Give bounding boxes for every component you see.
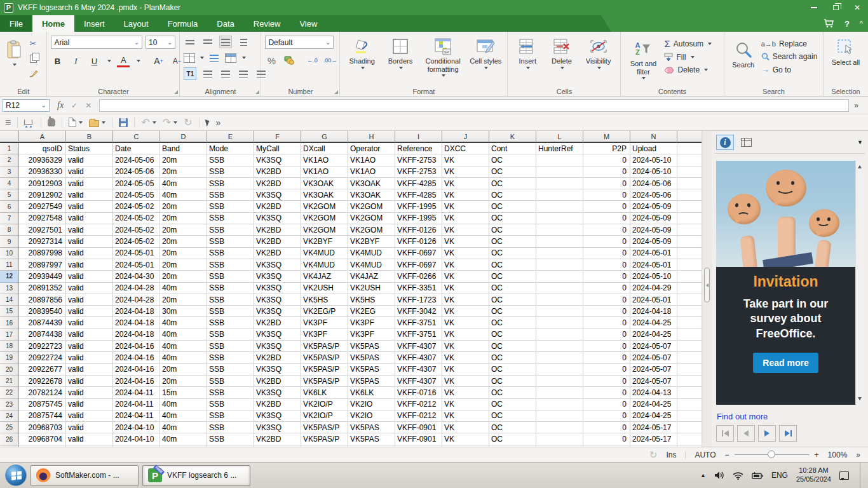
cell[interactable]: 20927314 bbox=[19, 236, 66, 247]
cell[interactable]: 0 bbox=[583, 213, 630, 224]
cell[interactable]: SSB bbox=[207, 248, 254, 259]
cell[interactable] bbox=[536, 317, 583, 329]
cell[interactable]: VK2BD bbox=[254, 399, 301, 410]
cell[interactable]: OC bbox=[489, 433, 536, 445]
cell[interactable]: OC bbox=[489, 189, 536, 201]
cell[interactable]: VK3SQ bbox=[254, 341, 301, 352]
column-header-F[interactable]: F bbox=[254, 131, 301, 143]
cell[interactable]: 2024-05-01 bbox=[630, 248, 677, 259]
cell[interactable]: VK3SQ bbox=[254, 294, 301, 306]
cell[interactable]: VK3SQ bbox=[254, 154, 301, 166]
cell[interactable]: 20936330 bbox=[19, 166, 66, 178]
cell-frame-icon[interactable] bbox=[184, 53, 195, 63]
cell[interactable]: SSB bbox=[207, 271, 254, 282]
cell[interactable]: 2024-05-01 bbox=[113, 259, 160, 271]
row-header-9[interactable]: 9 bbox=[0, 236, 19, 247]
cell[interactable]: 0 bbox=[583, 189, 630, 201]
cell[interactable] bbox=[677, 248, 702, 259]
cell[interactable]: VK5PAS/P bbox=[301, 364, 348, 376]
column-header-M[interactable]: M bbox=[583, 131, 630, 143]
cell[interactable]: VKFF-0212 bbox=[395, 410, 442, 422]
cell[interactable]: VK3SQ bbox=[254, 306, 301, 317]
cell[interactable]: HunterRef bbox=[536, 143, 583, 154]
search-again-button[interactable]: Search again bbox=[761, 52, 818, 61]
tab-formula[interactable]: Formula bbox=[158, 15, 208, 32]
column-header-G[interactable]: G bbox=[301, 131, 348, 143]
cell[interactable]: VK4JAZ bbox=[348, 271, 395, 282]
cell[interactable]: OC bbox=[489, 352, 536, 363]
cell[interactable] bbox=[677, 271, 702, 282]
cell[interactable]: VK3PF bbox=[301, 317, 348, 329]
battery-icon[interactable] bbox=[752, 472, 763, 479]
cell[interactable]: 20922678 bbox=[19, 376, 66, 387]
cell[interactable]: OC bbox=[489, 213, 536, 224]
cell[interactable]: OC bbox=[489, 399, 536, 410]
cell[interactable]: VK bbox=[442, 166, 489, 178]
row-header-18[interactable]: 18 bbox=[0, 341, 19, 352]
zoom-slider[interactable] bbox=[735, 454, 810, 455]
cell[interactable]: 2024-05-10 bbox=[630, 154, 677, 166]
cell[interactable]: OC bbox=[489, 224, 536, 236]
cell[interactable]: VK4MUD bbox=[348, 259, 395, 271]
cell[interactable]: 2024-04-18 bbox=[113, 317, 160, 329]
cell[interactable]: VKFF-4307 bbox=[395, 376, 442, 387]
cell[interactable]: 2024-04-29 bbox=[630, 283, 677, 294]
cell[interactable]: SSB bbox=[207, 306, 254, 317]
cell[interactable]: 20891352 bbox=[19, 283, 66, 294]
cell[interactable]: 20968703 bbox=[19, 422, 66, 433]
cell[interactable]: VK2EG/P bbox=[301, 306, 348, 317]
cell[interactable]: VK bbox=[442, 224, 489, 236]
cell[interactable]: 2024-04-16 bbox=[113, 376, 160, 387]
halign-right-button[interactable] bbox=[237, 67, 250, 80]
cell[interactable]: 0 bbox=[583, 399, 630, 410]
cell[interactable]: 0 bbox=[583, 236, 630, 247]
cell[interactable]: 2024-05-01 bbox=[113, 248, 160, 259]
cell[interactable]: 30m bbox=[160, 306, 207, 317]
cell[interactable]: 20874438 bbox=[19, 329, 66, 341]
cell[interactable]: 2024-05-06 bbox=[630, 189, 677, 201]
cell[interactable]: SSB bbox=[207, 433, 254, 445]
row-header-7[interactable]: 7 bbox=[0, 213, 19, 224]
tab-home[interactable]: Home bbox=[32, 15, 74, 32]
row-header-17[interactable]: 17 bbox=[0, 329, 19, 341]
row-header-20[interactable]: 20 bbox=[0, 364, 19, 376]
cell[interactable] bbox=[536, 410, 583, 422]
row-header-26[interactable]: 26 bbox=[0, 433, 19, 445]
cell[interactable]: 2024-05-10 bbox=[630, 166, 677, 178]
cell[interactable]: OC bbox=[489, 154, 536, 166]
cell[interactable] bbox=[536, 259, 583, 271]
cell[interactable]: 2024-04-25 bbox=[630, 399, 677, 410]
cell[interactable]: 20922677 bbox=[19, 364, 66, 376]
cell[interactable]: VK2USH bbox=[301, 283, 348, 294]
cell[interactable]: SSB bbox=[207, 236, 254, 247]
cell[interactable]: VKFF-4307 bbox=[395, 364, 442, 376]
merge-dropdown-icon[interactable] bbox=[242, 57, 246, 59]
cell[interactable]: 2024-04-18 bbox=[113, 306, 160, 317]
goto-button[interactable]: →Go to bbox=[761, 65, 818, 74]
cell[interactable]: 20939449 bbox=[19, 271, 66, 282]
cell[interactable]: VK bbox=[442, 294, 489, 306]
cell[interactable]: 0 bbox=[583, 248, 630, 259]
cell[interactable] bbox=[677, 387, 702, 398]
cell-styles-button[interactable]: Cell styles bbox=[468, 36, 503, 69]
cell[interactable] bbox=[536, 387, 583, 398]
save-button[interactable] bbox=[119, 118, 128, 127]
cell[interactable] bbox=[677, 399, 702, 410]
column-header-N[interactable]: N bbox=[630, 131, 677, 143]
cell[interactable]: 0 bbox=[583, 201, 630, 212]
cell[interactable]: VK2GOM bbox=[348, 213, 395, 224]
cell[interactable] bbox=[677, 352, 702, 363]
cell[interactable]: valid bbox=[66, 410, 113, 422]
row-header-24[interactable]: 24 bbox=[0, 410, 19, 422]
cell[interactable]: VK3SQ bbox=[254, 364, 301, 376]
cell[interactable] bbox=[536, 271, 583, 282]
conditional-formatting-button[interactable]: ≤> Conditional formatting bbox=[421, 36, 465, 77]
cell[interactable]: VK2BD bbox=[254, 224, 301, 236]
tab-data[interactable]: Data bbox=[207, 15, 243, 32]
cell[interactable]: VK bbox=[442, 364, 489, 376]
row-header-21[interactable]: 21 bbox=[0, 376, 19, 387]
cell[interactable]: 2024-05-06 bbox=[113, 154, 160, 166]
cancel-icon[interactable]: ✕ bbox=[85, 101, 92, 110]
row-header-12[interactable]: 12 bbox=[0, 271, 19, 282]
cell[interactable]: VK3SQ bbox=[254, 329, 301, 341]
